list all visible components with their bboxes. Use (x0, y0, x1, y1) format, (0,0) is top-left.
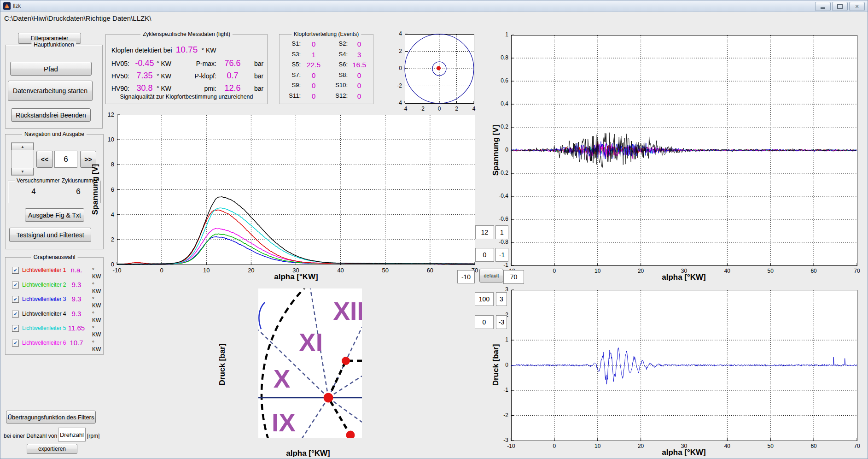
x-tick-label: -10 (105, 267, 128, 274)
close-button[interactable]: ✕ (849, 2, 865, 11)
minimize-button[interactable] (815, 2, 831, 11)
sensor-event-value: 22.5 (301, 61, 326, 69)
graph-select-row: ✔Lichtwellenleiter 39.3° KW (6, 295, 103, 304)
hv05-label: HV05: (111, 60, 133, 67)
x-tick-label: 10 (195, 267, 218, 274)
cycle-slider[interactable]: ▲ ▼ (11, 142, 34, 176)
default-button[interactable]: default (479, 269, 503, 282)
sensor-event-value: 0 (301, 92, 326, 100)
pklopf-label: P-klopf: (188, 72, 216, 80)
zyklusnummer-value: 6 (64, 187, 92, 196)
restore-button[interactable] (832, 2, 848, 11)
filtered-voltage-plot: -10010203040506070-1-0.8-0.6-0.4-0.200.2… (484, 25, 868, 284)
graph-select-row: ✔Lichtwellenleiter 49.3° KW (6, 310, 103, 319)
klopfen-unit: ° KW (202, 47, 216, 54)
filtered-pressure-plot: -10010203040506070-3-2-10123 (484, 280, 868, 459)
app-window: llzk ✕ C:\Daten\Hiwi\Druckdaten\Richtige… (0, 0, 868, 459)
y-tick-label: 2 (90, 236, 114, 243)
sensor-event-value: 0 (301, 71, 326, 80)
checkbox[interactable]: ✔ (12, 282, 19, 288)
filt-ymax-input[interactable]: 1 (495, 225, 508, 239)
pmax-value: 76.6 (216, 59, 249, 68)
hv90-label: HV90: (111, 85, 133, 92)
clock-plot-ylabel: Druck [bar] (218, 344, 227, 386)
y-tick-label: 0.8 (484, 54, 508, 61)
druck-scale-input[interactable]: 100 (475, 292, 494, 306)
pklopf-value: 0.7 (216, 71, 249, 81)
slider-up-icon[interactable]: ▲ (12, 143, 34, 150)
y-tick-label: -0.8 (484, 239, 508, 245)
xmin-input[interactable]: -10 (457, 270, 475, 283)
pmi-unit: bar (254, 85, 263, 92)
sensor-label: S11: (282, 92, 301, 100)
uebertragungsfunktion-button[interactable]: Übertragungsfunktion des Filters (6, 411, 96, 424)
ausgabe-fig-txt-button[interactable]: Ausgabe Fig & Txt (25, 208, 84, 222)
window-title: llzk (13, 3, 21, 9)
sensor-event-value: 0 (348, 40, 371, 48)
hauptfunktionen-panel: Hauptfunktionen Pfad Datenverarbeitung s… (5, 45, 103, 129)
y-tick-label: -0.4 (484, 193, 508, 199)
sensor-label: S3: (282, 51, 301, 59)
checkbox[interactable]: ✔ (12, 325, 19, 332)
sensor-event-value: 0 (301, 40, 326, 48)
y-tick-label: -0.6 (484, 216, 508, 222)
cycle-number-input[interactable]: 6 (54, 151, 77, 168)
y-tick-label: -1 (484, 262, 508, 268)
x-tick-label: 60 (802, 443, 825, 449)
sensor-event-value: 0 (348, 71, 371, 80)
versuchsnummer-label: Versuchsnummer (15, 177, 61, 184)
messdaten-panel: Zyklenspezifische Messdaten (light) Klop… (105, 34, 268, 104)
svg-text:XII: XII (333, 297, 362, 325)
exportieren-button[interactable]: exportieren (27, 444, 77, 454)
y-tick-label: 1 (484, 31, 508, 38)
datenverarbeitung-starten-button[interactable]: Datenverarbeitung starten (8, 81, 93, 101)
slider-down-icon[interactable]: ▼ (12, 168, 34, 175)
klopfen-label: Klopfen detektiert bei (111, 47, 172, 54)
sensor-label: S4: (326, 51, 348, 59)
knock-angle-value: n.a. (62, 266, 91, 274)
svg-text:X: X (274, 365, 291, 393)
druck-ymin-input[interactable]: -3 (496, 315, 507, 329)
x-tick-label: 40 (716, 443, 739, 449)
lichtwellenleiter-label: Lichtwellenleiter 5 (22, 325, 66, 331)
checkbox[interactable]: ✔ (12, 340, 19, 347)
rueckstandsfrei-beenden-button[interactable]: Rückstandsfrei Beenden (11, 108, 91, 122)
sensor-label: S5: (282, 61, 301, 69)
knock-angle-value: 11.65 (62, 324, 91, 332)
volt-ymax-input[interactable]: 12 (475, 225, 494, 239)
druck-ymax-input[interactable]: 3 (496, 292, 507, 306)
lichtwellenleiter-label: Lichtwellenleiter 3 (22, 296, 66, 302)
checkbox[interactable]: ✔ (12, 296, 19, 303)
lichtwellenleiter-label: Lichtwellenleiter 1 (22, 267, 66, 273)
testsignal-filtertest-button[interactable]: Testsignal und Filtertest (9, 228, 91, 242)
y-tick-label: 2 (378, 48, 402, 54)
hv50-value: 7.35 (133, 71, 157, 81)
sensor-label: S1: (282, 40, 301, 48)
y-tick-label: 0 (378, 65, 402, 71)
sensor-label: S2: (326, 40, 348, 48)
x-tick-label: 10 (586, 268, 609, 274)
knock-angle-value: 10.7 (62, 339, 91, 347)
lichtwellenleiter-label: Lichtwellenleiter 2 (22, 282, 66, 288)
y-tick-label: -2 (484, 412, 508, 418)
xmax-input[interactable]: 70 (503, 270, 524, 284)
klopfortverteilung-panel: Klopfortverteilung (Events) S1:0S2:0S3:1… (279, 34, 373, 104)
filtered-voltage-xlabel: alpha [°KW] (662, 273, 706, 282)
voltage-plot: -10010203040506070024681012 (89, 105, 495, 283)
knock-angle-value: 9.3 (62, 295, 91, 303)
navigation-title: Navigation und Ausgabe (22, 131, 87, 137)
drehzahl-input[interactable]: Drehzahl (58, 428, 86, 441)
x-tick-label: 70 (845, 268, 868, 274)
druck-zero-input[interactable]: 0 (475, 315, 494, 329)
y-tick-label: 0.4 (484, 100, 508, 107)
volt-ymin-input[interactable]: 0 (475, 248, 494, 262)
prev-cycle-button[interactable]: << (36, 151, 53, 168)
pfad-button[interactable]: Pfad (10, 62, 92, 76)
hv50-unit: ° KW (157, 72, 171, 80)
y-tick-label: -3 (484, 437, 508, 443)
graph-select-row: ✔Lichtwellenleiter 511.65° KW (6, 324, 103, 333)
lichtwellenleiter-label: Lichtwellenleiter 4 (22, 311, 66, 317)
checkbox[interactable]: ✔ (12, 267, 19, 274)
checkbox[interactable]: ✔ (12, 311, 19, 318)
filt-ymin-input[interactable]: -1 (495, 248, 508, 262)
